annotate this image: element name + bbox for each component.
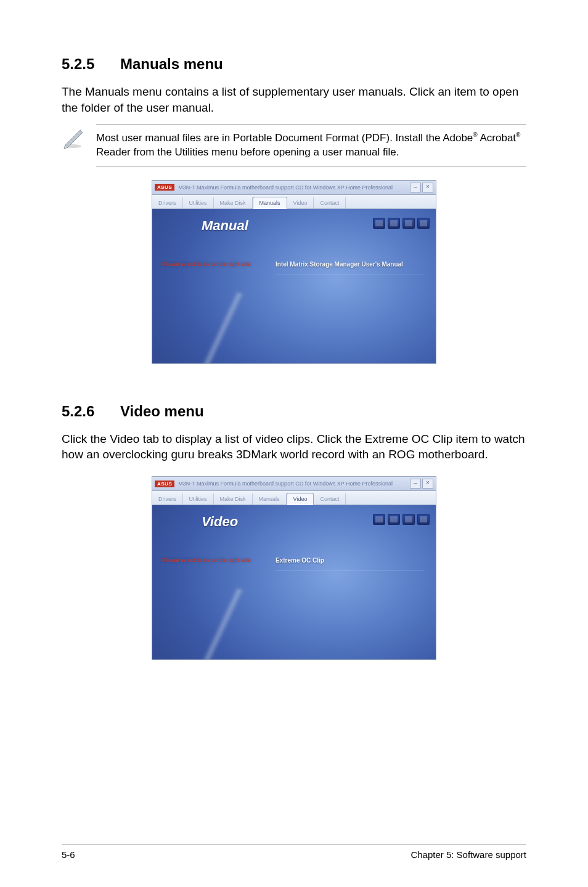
strip-icon[interactable] — [373, 218, 385, 229]
section-number: 5.2.5 — [62, 56, 120, 73]
note-sup2: ® — [516, 131, 520, 138]
chapter-label: Chapter 5: Software support — [410, 849, 526, 860]
section2-body: Click the Video tab to display a list of… — [62, 431, 526, 463]
minimize-button[interactable]: – — [410, 183, 421, 192]
panel-link-manual[interactable]: Intel Matrix Storage Manager User's Manu… — [276, 261, 423, 274]
page-footer: 5-6 Chapter 5: Software support — [62, 844, 526, 860]
titlebar: ASUS M3N-T Maximus Formula motherboard s… — [152, 477, 436, 491]
strip-icon[interactable] — [417, 218, 430, 229]
tab-makedisk[interactable]: Make Disk — [214, 493, 253, 505]
tab-drivers[interactable]: Drivers — [152, 493, 183, 505]
section-number: 5.2.6 — [62, 403, 120, 420]
page-number: 5-6 — [62, 849, 75, 860]
tab-manuals[interactable]: Manuals — [253, 197, 287, 209]
strip-icon[interactable] — [373, 514, 385, 525]
pencil-note-icon — [62, 124, 88, 150]
tab-makedisk[interactable]: Make Disk — [214, 197, 253, 208]
content-area: Video Please select items on the right s… — [152, 505, 436, 659]
panel-prompt: Please select items on the right side. — [162, 557, 261, 564]
tab-video[interactable]: Video — [287, 197, 314, 208]
note-text-pre: Most user manual files are in Portable D… — [96, 132, 473, 144]
screenshot-manual: ASUS M3N-T Maximus Formula motherboard s… — [62, 180, 526, 366]
window-title: M3N-T Maximus Formula motherboard suppor… — [178, 481, 410, 487]
app-window-video: ASUS M3N-T Maximus Formula motherboard s… — [152, 476, 436, 660]
asus-logo: ASUS — [155, 184, 174, 191]
note-sup1: ® — [473, 131, 477, 138]
titlebar: ASUS M3N-T Maximus Formula motherboard s… — [152, 181, 436, 195]
note-text-post: Reader from the Utilities menu before op… — [96, 146, 399, 158]
tab-utilities[interactable]: Utilities — [183, 493, 214, 505]
strip-icon[interactable] — [402, 218, 415, 229]
content-area: Manual Please select items on the right … — [152, 209, 436, 363]
strip-icon[interactable] — [388, 218, 400, 229]
note-text-mid: Acrobat — [478, 132, 516, 144]
note-content: Most user manual files are in Portable D… — [96, 124, 526, 167]
window-title: M3N-T Maximus Formula motherboard suppor… — [178, 184, 410, 191]
tab-contact[interactable]: Contact — [314, 493, 346, 505]
tab-utilities[interactable]: Utilities — [183, 197, 214, 208]
panel-link-video[interactable]: Extreme OC Clip — [276, 557, 423, 571]
tab-video[interactable]: Video — [287, 493, 314, 505]
tab-contact[interactable]: Contact — [314, 197, 346, 208]
icon-strip — [373, 514, 430, 525]
section-title: Manuals menu — [120, 56, 223, 73]
section-heading-video: 5.2.6 Video menu — [62, 403, 526, 420]
window-buttons: – × — [410, 479, 433, 489]
section1-body: The Manuals menu contains a list of supp… — [62, 84, 526, 115]
app-window-manual: ASUS M3N-T Maximus Formula motherboard s… — [152, 180, 436, 364]
strip-icon[interactable] — [388, 514, 400, 525]
close-button[interactable]: × — [422, 479, 433, 489]
tabbar: Drivers Utilities Make Disk Manuals Vide… — [152, 491, 436, 505]
asus-logo: ASUS — [155, 481, 174, 487]
strip-icon[interactable] — [402, 514, 415, 525]
icon-strip — [373, 218, 430, 229]
tab-drivers[interactable]: Drivers — [152, 197, 183, 208]
section-heading-manuals: 5.2.5 Manuals menu — [62, 56, 526, 73]
section-title: Video menu — [120, 403, 204, 420]
screenshot-video: ASUS M3N-T Maximus Formula motherboard s… — [62, 476, 526, 662]
strip-icon[interactable] — [417, 514, 430, 525]
panel-prompt: Please select items on the right side. — [162, 261, 261, 268]
minimize-button[interactable]: – — [410, 479, 421, 489]
tabbar: Drivers Utilities Make Disk Manuals Vide… — [152, 195, 436, 209]
window-buttons: – × — [410, 183, 433, 192]
tab-manuals[interactable]: Manuals — [253, 493, 287, 505]
close-button[interactable]: × — [422, 183, 433, 192]
note-block: Most user manual files are in Portable D… — [62, 124, 526, 167]
